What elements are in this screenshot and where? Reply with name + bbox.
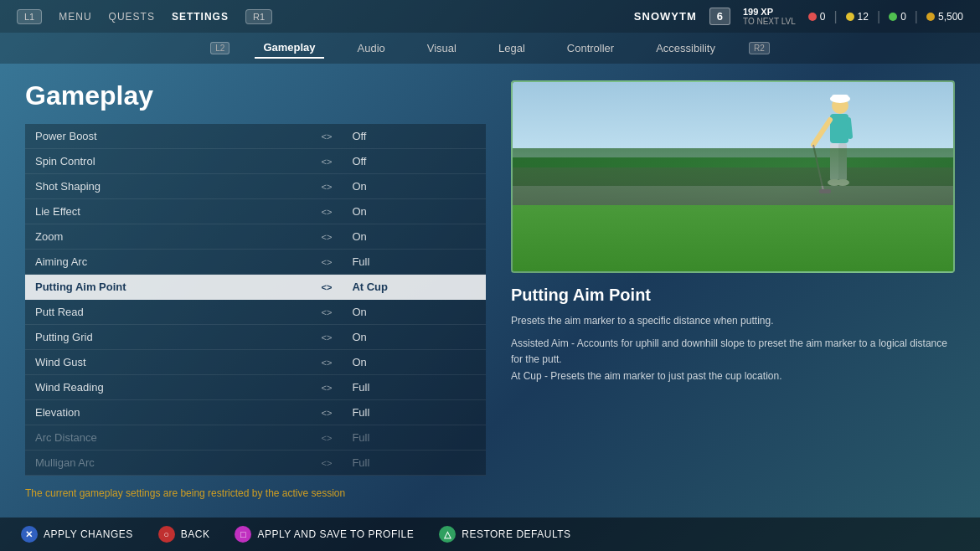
table-row[interactable]: Spin Control <> Off — [25, 149, 486, 174]
setting-value: Off — [342, 124, 486, 149]
r1-button[interactable]: R1 — [245, 9, 272, 24]
tab-legal[interactable]: Legal — [490, 39, 534, 58]
right-panel: Putting Aim Point Presets the aim marker… — [511, 80, 955, 468]
setting-arrows: <> — [312, 375, 343, 400]
table-row[interactable]: Wind Reading <> Full — [25, 375, 486, 400]
tab-accessibility[interactable]: Accessibility — [647, 39, 724, 58]
setting-name: Zoom — [25, 224, 312, 250]
setting-arrows: <> — [312, 174, 343, 199]
desc-para-2: Assisted Aim - Accounts for uphill and d… — [511, 336, 955, 384]
l1-button[interactable]: L1 — [17, 9, 42, 24]
setting-value: On — [342, 350, 486, 375]
top-navigation: L1 MENU QUESTS SETTINGS R1 SNOWYTM 6 199… — [0, 0, 980, 33]
restore-defaults-button[interactable]: △ RESTORE DEFAULTS — [439, 526, 570, 543]
back-button[interactable]: ○ BACK — [158, 526, 210, 543]
setting-arrows: <> — [312, 124, 343, 149]
stat-gold-value: 5,500 — [938, 11, 963, 23]
triangle-button-icon: △ — [439, 526, 456, 543]
setting-name: Wind Gust — [25, 350, 312, 375]
table-row[interactable]: Lie Effect <> On — [25, 199, 486, 224]
setting-value: On — [342, 224, 486, 250]
setting-name: Wind Reading — [25, 375, 312, 400]
table-row[interactable]: Mulligan Arc <> Full — [25, 451, 486, 476]
setting-name: Putting Grid — [25, 325, 312, 350]
player-name: SNOWYTM — [634, 10, 697, 23]
table-row[interactable]: Wind Gust <> On — [25, 350, 486, 375]
setting-name: Aiming Arc — [25, 250, 312, 275]
setting-value: Full — [342, 250, 486, 275]
table-row[interactable]: Zoom <> On — [25, 224, 486, 250]
svg-rect-11 — [819, 189, 831, 193]
tab-bar: L2 Gameplay Audio Visual Legal Controlle… — [0, 33, 980, 64]
gold-dot-icon — [926, 13, 935, 21]
setting-name: Power Boost — [25, 124, 312, 149]
setting-arrows: <> — [312, 275, 343, 300]
o-button-icon: ○ — [158, 526, 175, 543]
xp-info: 199 XP TO NEXT LVL — [743, 7, 796, 26]
setting-arrows: <> — [312, 400, 343, 425]
svg-rect-3 — [830, 114, 848, 143]
table-row[interactable]: Putting Aim Point <> At Cup — [25, 275, 486, 300]
xp-current: 199 XP — [743, 7, 796, 17]
warning-text: The current gameplay settings are being … — [25, 486, 486, 501]
preview-image — [511, 80, 955, 273]
tab-audio[interactable]: Audio — [349, 39, 394, 58]
setting-arrows: <> — [312, 451, 343, 476]
setting-value: On — [342, 300, 486, 325]
golf-green — [513, 205, 953, 271]
setting-value: On — [342, 174, 486, 199]
table-row[interactable]: Arc Distance <> Full — [25, 425, 486, 451]
setting-arrows: <> — [312, 224, 343, 250]
setting-value: Off — [342, 149, 486, 174]
nav-right: SNOWYTM 6 199 XP TO NEXT LVL 0 | 12 | 0 … — [634, 7, 963, 26]
apply-changes-button[interactable]: ✕ APPLY CHANGES — [21, 526, 133, 543]
setting-value: Full — [342, 451, 486, 476]
setting-value: At Cup — [342, 275, 486, 300]
back-label: BACK — [181, 528, 210, 540]
desc-para-1: Presets the aim marker to a specific dis… — [511, 313, 955, 329]
setting-arrows: <> — [312, 425, 343, 451]
l2-badge: L2 — [210, 42, 230, 54]
main-content: Gameplay Power Boost <> Off Spin Control… — [0, 64, 980, 485]
xp-label: TO NEXT LVL — [743, 17, 796, 26]
setting-arrows: <> — [312, 149, 343, 174]
setting-arrows: <> — [312, 199, 343, 224]
stat-yellow: 12 — [846, 11, 869, 23]
tab-visual[interactable]: Visual — [419, 39, 465, 58]
yellow-dot-icon — [846, 13, 854, 21]
golf-sky — [513, 82, 953, 157]
setting-name: Elevation — [25, 400, 312, 425]
tab-controller[interactable]: Controller — [559, 39, 622, 58]
setting-value: On — [342, 199, 486, 224]
table-row[interactable]: Aiming Arc <> Full — [25, 250, 486, 275]
table-row[interactable]: Power Boost <> Off — [25, 124, 486, 149]
save-profile-button[interactable]: □ APPLY AND SAVE TO PROFILE — [235, 526, 414, 543]
table-row[interactable]: Shot Shaping <> On — [25, 174, 486, 199]
tree-line — [513, 148, 953, 186]
table-row[interactable]: Elevation <> Full — [25, 400, 486, 425]
desc-title: Putting Aim Point — [511, 286, 955, 305]
stat-yellow-value: 12 — [858, 11, 869, 23]
setting-name: Putting Aim Point — [25, 275, 312, 300]
settings-table: Power Boost <> Off Spin Control <> Off S… — [25, 124, 486, 476]
table-row[interactable]: Putt Read <> On — [25, 300, 486, 325]
setting-name: Spin Control — [25, 149, 312, 174]
x-button-icon: ✕ — [21, 526, 38, 543]
setting-arrows: <> — [312, 350, 343, 375]
setting-name: Shot Shaping — [25, 174, 312, 199]
settings-nav-item[interactable]: SETTINGS — [172, 11, 229, 23]
nav-left: L1 MENU QUESTS SETTINGS R1 — [17, 9, 272, 24]
setting-arrows: <> — [312, 300, 343, 325]
svg-rect-2 — [832, 95, 848, 101]
table-row[interactable]: Putting Grid <> On — [25, 325, 486, 350]
quests-nav-item[interactable]: QUESTS — [109, 11, 155, 23]
menu-nav-item[interactable]: MENU — [59, 11, 91, 23]
tab-gameplay[interactable]: Gameplay — [255, 38, 323, 59]
description-area: Putting Aim Point Presets the aim marker… — [511, 286, 955, 468]
setting-arrows: <> — [312, 250, 343, 275]
r2-badge: R2 — [749, 42, 770, 54]
left-panel: Gameplay Power Boost <> Off Spin Control… — [25, 80, 486, 468]
red-dot-icon — [808, 13, 817, 21]
setting-name: Mulligan Arc — [25, 451, 312, 476]
square-button-icon: □ — [235, 526, 251, 543]
